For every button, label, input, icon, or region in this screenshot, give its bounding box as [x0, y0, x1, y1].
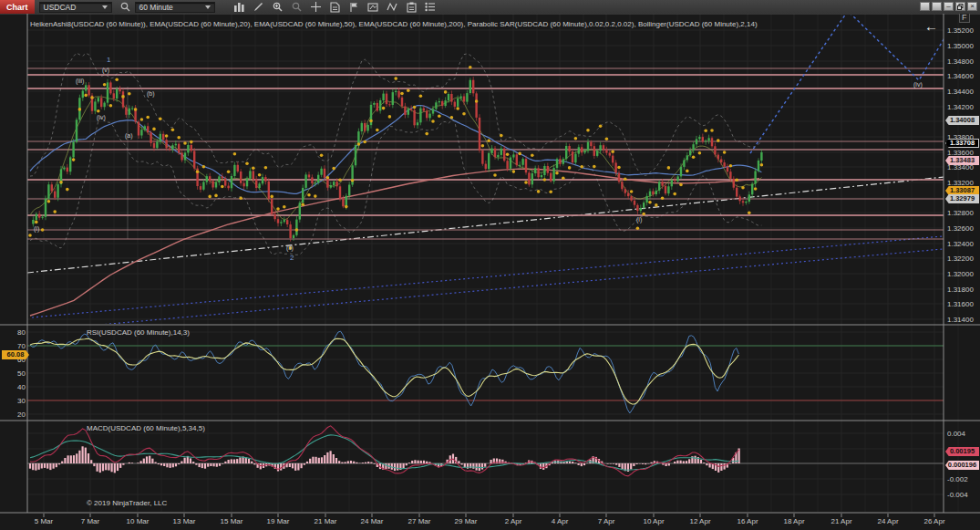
price-axis-tick: 1.31600: [947, 300, 980, 308]
data-box-icon[interactable]: [328, 1, 342, 13]
time-axis-tick: 12 Apr: [689, 517, 710, 525]
price-axis-tick: 1.34800: [947, 57, 980, 66]
time-axis-tick: 21 Mar: [315, 517, 337, 525]
zoom-out-icon[interactable]: [290, 1, 304, 13]
wave-label: (i): [34, 225, 39, 232]
report-icon[interactable]: [405, 1, 418, 13]
chart-style-icon[interactable]: [232, 1, 246, 13]
main-indicator-label: HeikenAshi8(USDCAD (60 Minute)), EMA(USD…: [30, 20, 758, 28]
wave-label: (b): [147, 90, 155, 97]
time-axis-tick: 21 Apr: [830, 517, 851, 525]
interval-selector[interactable]: 60 Minute: [135, 2, 215, 13]
time-axis-tick: 10 Apr: [643, 517, 664, 525]
price-axis-tick: 1.34200: [947, 103, 980, 111]
time-axis-tick: 29 Mar: [455, 517, 478, 525]
time-axis-tick: 24 Mar: [361, 517, 384, 525]
chart-surface[interactable]: [0, 0, 980, 530]
wave-label: 2: [290, 255, 294, 262]
wave-label: 1: [107, 57, 110, 64]
time-axis-tick: 7 Apr: [598, 517, 615, 525]
instrument-value: USDCAD: [44, 3, 77, 12]
price-axis-tick: 1.33600: [947, 149, 980, 157]
close-icon[interactable]: ×: [967, 2, 977, 11]
wave-label: (ii): [286, 244, 294, 251]
restore-icon[interactable]: [955, 2, 965, 11]
macd-axis-tick: 0.004: [947, 430, 980, 438]
wave-label: (i): [636, 216, 642, 223]
wave-label: (iv): [913, 81, 923, 88]
price-axis-tick: 1.32800: [947, 209, 980, 217]
instrument-selector[interactable]: USDCAD: [39, 2, 112, 13]
price-axis-tick: 1.31400: [947, 316, 980, 324]
rsi-axis-tick: 30: [4, 397, 26, 405]
chevron-down-icon: [205, 5, 211, 9]
time-axis-tick: 5 Mar: [35, 517, 53, 525]
time-axis-tick: 19 Mar: [267, 517, 290, 525]
interval-value: 60 Minute: [139, 3, 173, 12]
time-axis-tick: 15 Mar: [221, 517, 243, 525]
window-blank-button-2[interactable]: [932, 2, 942, 11]
price-badge: 1.33708: [945, 139, 979, 148]
window-blank-button-1[interactable]: [920, 2, 930, 11]
time-axis-tick: 27 Mar: [408, 517, 431, 525]
copyright-label: © 2019 NinjaTrader, LLC: [87, 499, 167, 507]
minimize-icon[interactable]: –: [944, 2, 954, 11]
time-axis-tick: 26 Apr: [923, 517, 944, 525]
scroll-left-arrow-icon[interactable]: ←: [924, 18, 938, 34]
time-axis-tick: 13 Mar: [173, 517, 196, 525]
macd-axis-tick: -0.004: [947, 491, 980, 499]
flag-icon[interactable]: [347, 1, 361, 13]
zoom-in-icon[interactable]: [271, 1, 284, 13]
toolbar: Chart USDCAD 60 Minute: [0, 0, 980, 14]
rsi-axis-tick: 50: [4, 369, 26, 378]
draw-icon[interactable]: [252, 1, 265, 13]
wave-label: (a): [125, 132, 133, 139]
time-axis-tick: 10 Mar: [127, 517, 150, 525]
price-axis-tick: 1.35000: [947, 42, 980, 50]
zigzag-tool-icon[interactable]: [386, 1, 399, 13]
time-axis-tick: 4 Apr: [552, 517, 569, 525]
rsi-axis-tick: 80: [4, 328, 26, 337]
price-badge: 1.33087: [945, 186, 979, 195]
rsi-axis-tick: 70: [4, 342, 26, 350]
chevron-down-icon: [102, 5, 108, 9]
crosshair-icon[interactable]: [309, 1, 323, 13]
time-axis-tick: 2 Apr: [505, 517, 522, 525]
chart-window: Chart USDCAD 60 Minute – ×: [0, 0, 980, 530]
price-axis-tick: 1.33200: [947, 179, 980, 187]
macd-indicator-label: MACD(USDCAD (60 Minute),5,34,5): [87, 424, 205, 432]
search-icon[interactable]: [119, 1, 132, 13]
rsi-axis-tick: 40: [4, 383, 26, 391]
price-badge: 1.34008: [945, 116, 979, 125]
price-axis-tick: 1.32000: [947, 270, 980, 278]
snapshot-icon[interactable]: [366, 1, 380, 13]
price-axis-tick: 1.31800: [947, 286, 980, 294]
price-axis-tick: 1.34600: [947, 72, 980, 80]
wave-label: (iv): [97, 114, 106, 120]
macd-value-badge: 0.000196: [945, 461, 979, 470]
rsi-value-badge: 60.08: [2, 350, 29, 359]
properties-icon[interactable]: [424, 1, 438, 13]
wave-label: (iii): [76, 78, 84, 84]
price-axis-tick: 1.35200: [947, 26, 980, 35]
macd-value-badge: 0.00195: [945, 447, 979, 456]
time-axis-tick: 24 Apr: [877, 517, 898, 525]
macd-axis-tick: -0.002: [947, 475, 980, 483]
price-axis-tick: 1.34400: [947, 88, 980, 96]
rsi-indicator-label: RSI(USDCAD (60 Minute),14,3): [87, 328, 190, 337]
price-axis-tick: 1.32600: [947, 224, 980, 233]
chart-tab[interactable]: Chart: [0, 0, 35, 14]
rsi-axis-tick: 20: [4, 410, 26, 419]
wave-label: (v): [102, 67, 109, 73]
price-axis-tick: 1.32400: [947, 240, 980, 248]
time-axis-tick: 7 Mar: [81, 517, 99, 525]
price-axis-tick: 1.32200: [947, 255, 980, 263]
window-controls: – ×: [920, 2, 977, 11]
time-axis-tick: 18 Apr: [783, 517, 804, 525]
time-axis-tick: 16 Apr: [737, 517, 758, 525]
price-badge: 1.32979: [945, 194, 979, 203]
price-badge: 1.33483: [945, 156, 979, 165]
